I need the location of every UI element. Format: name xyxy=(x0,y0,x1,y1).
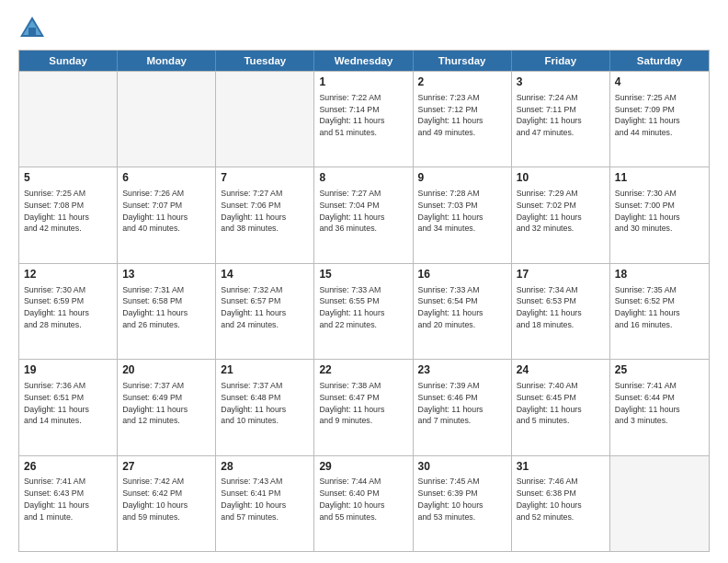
cell-day-number: 14 xyxy=(221,267,309,282)
logo xyxy=(18,15,50,40)
cell-day-number: 7 xyxy=(221,170,309,186)
calendar-cell: 27Sunrise: 7:42 AM Sunset: 6:42 PM Dayli… xyxy=(118,456,216,551)
cell-info: Sunrise: 7:32 AM Sunset: 6:57 PM Dayligh… xyxy=(221,284,309,331)
cell-info: Sunrise: 7:41 AM Sunset: 6:44 PM Dayligh… xyxy=(615,380,704,427)
calendar-body: 1Sunrise: 7:22 AM Sunset: 7:14 PM Daylig… xyxy=(19,71,709,551)
calendar-cell: 18Sunrise: 7:35 AM Sunset: 6:52 PM Dayli… xyxy=(610,264,709,359)
cell-info: Sunrise: 7:29 AM Sunset: 7:02 PM Dayligh… xyxy=(517,188,605,235)
cell-info: Sunrise: 7:30 AM Sunset: 7:00 PM Dayligh… xyxy=(615,188,704,235)
calendar-cell: 26Sunrise: 7:41 AM Sunset: 6:43 PM Dayli… xyxy=(19,456,118,551)
calendar-cell: 24Sunrise: 7:40 AM Sunset: 6:45 PM Dayli… xyxy=(512,360,610,454)
calendar-cell: 15Sunrise: 7:33 AM Sunset: 6:55 PM Dayli… xyxy=(314,264,413,359)
cell-day-number: 9 xyxy=(418,170,506,186)
calendar-row-4: 19Sunrise: 7:36 AM Sunset: 6:51 PM Dayli… xyxy=(19,359,709,454)
cell-day-number: 24 xyxy=(517,362,605,378)
cell-day-number: 15 xyxy=(319,267,407,282)
calendar-cell xyxy=(118,72,216,167)
logo-icon xyxy=(18,15,46,40)
cell-info: Sunrise: 7:39 AM Sunset: 6:46 PM Dayligh… xyxy=(418,380,506,427)
cell-day-number: 5 xyxy=(24,170,112,186)
cell-day-number: 10 xyxy=(517,170,605,186)
cell-day-number: 11 xyxy=(615,170,704,186)
cell-day-number: 8 xyxy=(319,170,407,186)
calendar-cell: 11Sunrise: 7:30 AM Sunset: 7:00 PM Dayli… xyxy=(610,167,709,262)
cell-info: Sunrise: 7:43 AM Sunset: 6:41 PM Dayligh… xyxy=(221,476,309,523)
calendar-cell: 17Sunrise: 7:34 AM Sunset: 6:53 PM Dayli… xyxy=(512,264,610,359)
cell-info: Sunrise: 7:45 AM Sunset: 6:39 PM Dayligh… xyxy=(418,476,506,523)
cell-day-number: 4 xyxy=(615,75,704,90)
cell-info: Sunrise: 7:37 AM Sunset: 6:48 PM Dayligh… xyxy=(221,380,309,427)
cell-day-number: 31 xyxy=(517,459,605,475)
svg-rect-2 xyxy=(28,28,36,35)
cell-info: Sunrise: 7:27 AM Sunset: 7:04 PM Dayligh… xyxy=(319,188,407,235)
cell-day-number: 23 xyxy=(418,362,506,378)
calendar-cell: 30Sunrise: 7:45 AM Sunset: 6:39 PM Dayli… xyxy=(414,456,512,551)
cell-day-number: 17 xyxy=(517,267,605,282)
calendar-cell: 16Sunrise: 7:33 AM Sunset: 6:54 PM Dayli… xyxy=(414,264,512,359)
calendar-cell: 23Sunrise: 7:39 AM Sunset: 6:46 PM Dayli… xyxy=(414,360,512,454)
calendar-cell: 29Sunrise: 7:44 AM Sunset: 6:40 PM Dayli… xyxy=(314,456,413,551)
calendar-cell: 21Sunrise: 7:37 AM Sunset: 6:48 PM Dayli… xyxy=(216,360,314,454)
cell-day-number: 21 xyxy=(221,362,309,378)
header-day-saturday: Saturday xyxy=(610,51,709,71)
cell-day-number: 19 xyxy=(24,362,112,378)
calendar-cell xyxy=(19,72,118,167)
cell-day-number: 3 xyxy=(517,75,605,90)
cell-day-number: 1 xyxy=(319,75,407,90)
calendar-cell: 10Sunrise: 7:29 AM Sunset: 7:02 PM Dayli… xyxy=(512,167,610,262)
cell-info: Sunrise: 7:41 AM Sunset: 6:43 PM Dayligh… xyxy=(24,476,112,523)
cell-info: Sunrise: 7:25 AM Sunset: 7:09 PM Dayligh… xyxy=(615,92,704,139)
cell-info: Sunrise: 7:26 AM Sunset: 7:07 PM Dayligh… xyxy=(122,188,210,235)
calendar-header: SundayMondayTuesdayWednesdayThursdayFrid… xyxy=(19,51,709,71)
calendar-cell: 13Sunrise: 7:31 AM Sunset: 6:58 PM Dayli… xyxy=(118,264,216,359)
cell-info: Sunrise: 7:27 AM Sunset: 7:06 PM Dayligh… xyxy=(221,188,309,235)
cell-day-number: 16 xyxy=(418,267,506,282)
cell-day-number: 30 xyxy=(418,459,506,475)
header-day-sunday: Sunday xyxy=(19,51,118,71)
cell-info: Sunrise: 7:35 AM Sunset: 6:52 PM Dayligh… xyxy=(615,284,704,331)
cell-info: Sunrise: 7:36 AM Sunset: 6:51 PM Dayligh… xyxy=(24,380,112,427)
calendar: SundayMondayTuesdayWednesdayThursdayFrid… xyxy=(18,50,710,552)
header-day-wednesday: Wednesday xyxy=(314,51,413,71)
header-day-tuesday: Tuesday xyxy=(216,51,314,71)
calendar-cell: 7Sunrise: 7:27 AM Sunset: 7:06 PM Daylig… xyxy=(216,167,314,262)
calendar-cell: 25Sunrise: 7:41 AM Sunset: 6:44 PM Dayli… xyxy=(610,360,709,454)
calendar-cell: 6Sunrise: 7:26 AM Sunset: 7:07 PM Daylig… xyxy=(118,167,216,262)
cell-day-number: 18 xyxy=(615,267,704,282)
cell-info: Sunrise: 7:42 AM Sunset: 6:42 PM Dayligh… xyxy=(122,476,210,523)
cell-day-number: 20 xyxy=(122,362,210,378)
cell-day-number: 25 xyxy=(615,362,704,378)
cell-info: Sunrise: 7:46 AM Sunset: 6:38 PM Dayligh… xyxy=(517,476,605,523)
calendar-cell xyxy=(610,456,709,551)
cell-info: Sunrise: 7:37 AM Sunset: 6:49 PM Dayligh… xyxy=(122,380,210,427)
calendar-row-3: 12Sunrise: 7:30 AM Sunset: 6:59 PM Dayli… xyxy=(19,263,709,359)
calendar-cell: 22Sunrise: 7:38 AM Sunset: 6:47 PM Dayli… xyxy=(314,360,413,454)
cell-day-number: 13 xyxy=(122,267,210,282)
calendar-cell xyxy=(216,72,314,167)
calendar-row-1: 1Sunrise: 7:22 AM Sunset: 7:14 PM Daylig… xyxy=(19,71,709,167)
header-day-monday: Monday xyxy=(118,51,216,71)
page: SundayMondayTuesdayWednesdayThursdayFrid… xyxy=(0,0,728,563)
cell-info: Sunrise: 7:40 AM Sunset: 6:45 PM Dayligh… xyxy=(517,380,605,427)
cell-info: Sunrise: 7:24 AM Sunset: 7:11 PM Dayligh… xyxy=(517,92,605,139)
cell-day-number: 22 xyxy=(319,362,407,378)
cell-info: Sunrise: 7:25 AM Sunset: 7:08 PM Dayligh… xyxy=(24,188,112,235)
cell-day-number: 2 xyxy=(418,75,506,90)
cell-info: Sunrise: 7:44 AM Sunset: 6:40 PM Dayligh… xyxy=(319,476,407,523)
cell-info: Sunrise: 7:28 AM Sunset: 7:03 PM Dayligh… xyxy=(418,188,506,235)
calendar-cell: 14Sunrise: 7:32 AM Sunset: 6:57 PM Dayli… xyxy=(216,264,314,359)
calendar-cell: 19Sunrise: 7:36 AM Sunset: 6:51 PM Dayli… xyxy=(19,360,118,454)
calendar-cell: 2Sunrise: 7:23 AM Sunset: 7:12 PM Daylig… xyxy=(414,72,512,167)
cell-info: Sunrise: 7:33 AM Sunset: 6:55 PM Dayligh… xyxy=(319,284,407,331)
calendar-cell: 9Sunrise: 7:28 AM Sunset: 7:03 PM Daylig… xyxy=(414,167,512,262)
cell-info: Sunrise: 7:31 AM Sunset: 6:58 PM Dayligh… xyxy=(122,284,210,331)
calendar-cell: 28Sunrise: 7:43 AM Sunset: 6:41 PM Dayli… xyxy=(216,456,314,551)
cell-day-number: 27 xyxy=(122,459,210,475)
calendar-row-5: 26Sunrise: 7:41 AM Sunset: 6:43 PM Dayli… xyxy=(19,455,709,551)
cell-info: Sunrise: 7:33 AM Sunset: 6:54 PM Dayligh… xyxy=(418,284,506,331)
calendar-cell: 20Sunrise: 7:37 AM Sunset: 6:49 PM Dayli… xyxy=(118,360,216,454)
calendar-cell: 12Sunrise: 7:30 AM Sunset: 6:59 PM Dayli… xyxy=(19,264,118,359)
header-day-thursday: Thursday xyxy=(414,51,512,71)
cell-info: Sunrise: 7:30 AM Sunset: 6:59 PM Dayligh… xyxy=(24,284,112,331)
header-day-friday: Friday xyxy=(512,51,610,71)
